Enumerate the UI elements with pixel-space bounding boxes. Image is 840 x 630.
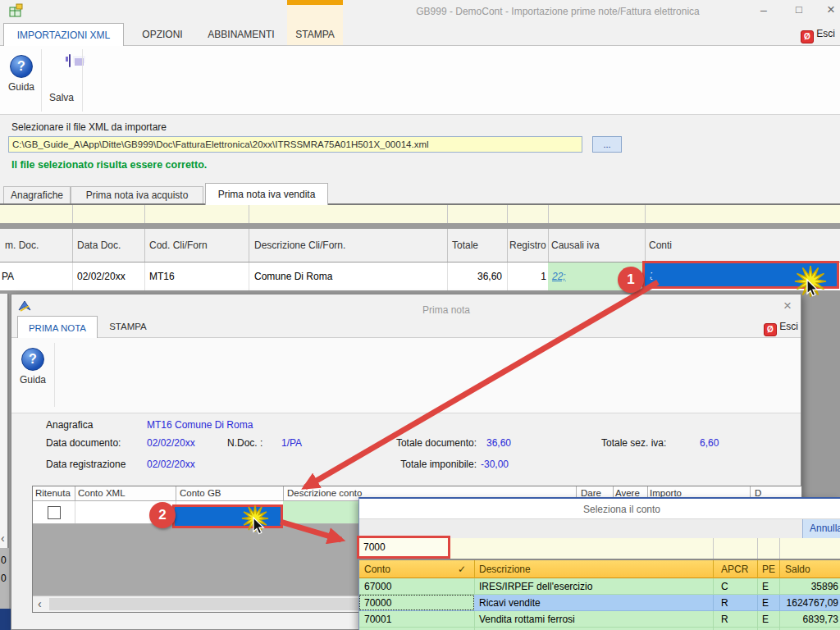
- seleziona-conto-popup: Seleziona il conto Annulla Conto ✓ Descr…: [358, 497, 840, 630]
- col-header-num-doc[interactable]: m. Doc.: [5, 240, 39, 251]
- popup-title: Seleziona il conto: [499, 504, 745, 515]
- popup-row-1[interactable]: 67000 IRES/IRPEF dell'esercizio C E 3589…: [359, 578, 840, 595]
- row3-saldo: 6839,73: [759, 614, 838, 625]
- browse-button[interactable]: ...: [592, 136, 622, 153]
- totale-documento-value: 36,60: [486, 437, 511, 449]
- col-header-data-doc[interactable]: Data Doc.: [77, 240, 121, 251]
- row1-descrizione: IRES/IRPEF dell'esercizio: [479, 581, 592, 592]
- guida-button[interactable]: ? Guida: [4, 50, 39, 111]
- row2-saldo: 1624767,09: [759, 597, 838, 609]
- totale-documento-label: Totale documento:: [378, 437, 477, 449]
- popup-col-conto[interactable]: Conto: [364, 564, 390, 575]
- col-header-cod-cliforn[interactable]: Cod. Cli/Forn: [149, 240, 208, 251]
- popup-row-3[interactable]: 70001 Vendita rottami ferrosi R E 6839,7…: [359, 611, 840, 628]
- dialog-help-icon: ?: [21, 348, 44, 371]
- dlg-col-conto-gb[interactable]: Conto GB: [180, 488, 221, 498]
- dlg-col-conto-xml[interactable]: Conto XML: [78, 488, 126, 498]
- background-scroll-left-icon[interactable]: ‹: [1, 532, 5, 545]
- totale-imponibile-value: -30,00: [481, 459, 509, 470]
- popup-col-saldo[interactable]: Saldo: [785, 564, 810, 575]
- restore-button[interactable]: □: [790, 3, 808, 16]
- background-zero-b: 0: [1, 573, 7, 584]
- file-ok-message: Il file selezionato risulta essere corre…: [11, 159, 207, 171]
- close-button[interactable]: ×: [822, 2, 840, 18]
- dlg-col-descrizione-conto[interactable]: Descrizione conto: [287, 488, 362, 498]
- tab-stampa[interactable]: STAMPA: [289, 29, 341, 40]
- ndoc-label: N.Doc. :: [227, 437, 262, 449]
- popup-row-2-selected[interactable]: 70000 Ricavi vendite R E 1624767,09: [359, 595, 840, 611]
- annulla-label: Annulla: [810, 523, 840, 534]
- background-left-strip: [0, 294, 9, 548]
- grid-filter-row[interactable]: [0, 205, 840, 223]
- conto-gb-highlight-box: [172, 504, 283, 528]
- dlg-col-ritenuta[interactable]: Ritenuta: [35, 488, 71, 498]
- background-zero-a: 0: [1, 555, 7, 566]
- data-registrazione-label: Data registrazione: [46, 459, 126, 470]
- main-titlebar: GB999 - DemoCont - Importazione prime no…: [0, 0, 840, 23]
- salva-label: Salva: [43, 92, 80, 103]
- subtab-prima-nota-iva-acquisto[interactable]: Prima nota iva acquisto: [71, 186, 203, 204]
- dialog-close-button[interactable]: ×: [778, 298, 797, 314]
- window-title: GB999 - DemoCont - Importazione prime no…: [413, 6, 703, 17]
- salva-button[interactable]: Salva: [43, 50, 80, 111]
- anagrafica-value: MT16 Comune Di Roma: [147, 419, 253, 431]
- dialog-esci-label: Esci: [779, 321, 798, 332]
- subtab-row: Anagrafiche Prima nota iva acquisto Prim…: [0, 182, 840, 205]
- dialog-guida-button[interactable]: ? Guida: [16, 345, 50, 405]
- main-window: GB999 - DemoCont - Importazione prime no…: [0, 0, 840, 289]
- col-header-descrizione[interactable]: Descrizione Cli/Forn.: [254, 240, 345, 251]
- dialog-tab-row: PRIMA NOTA STAMPA Ø Esci: [11, 316, 801, 338]
- save-icon: [69, 54, 71, 67]
- col-header-registro[interactable]: Registro: [509, 240, 546, 251]
- floppy-slot: [66, 57, 68, 62]
- tab-importazioni-xml[interactable]: IMPORTAZIONI XML: [3, 23, 124, 47]
- col-header-totale[interactable]: Totale: [452, 240, 478, 251]
- xml-file-path-input[interactable]: [8, 136, 582, 153]
- col-header-conti[interactable]: Conti: [649, 240, 672, 251]
- row3-conto: 70001: [364, 614, 391, 625]
- screen: GB999 - DemoCont - Importazione prime no…: [0, 0, 840, 630]
- dialog-toolbar: ? Guida: [11, 338, 801, 413]
- conto-filter-input[interactable]: [359, 538, 448, 556]
- anagrafica-label: Anagrafica: [46, 419, 93, 431]
- dialog-scroll-left-icon[interactable]: ‹: [38, 597, 42, 610]
- totale-imponibile-label: Totale imponibile:: [378, 459, 477, 470]
- popup-col-apcr[interactable]: APCR: [721, 564, 748, 575]
- tab-abbinamenti[interactable]: ABBINAMENTI: [200, 29, 282, 40]
- dialog-tab-prima-nota-label: PRIMA NOTA: [29, 323, 86, 333]
- col-header-causali-iva[interactable]: Causali iva: [551, 240, 600, 251]
- grid-header-row: m. Doc. Data Doc. Cod. Cli/Forn Descrizi…: [0, 229, 840, 262]
- annulla-button[interactable]: Annulla: [802, 519, 840, 538]
- sort-check-icon: ✓: [458, 564, 466, 575]
- row1-apcr: C: [721, 581, 728, 592]
- popup-col-descrizione[interactable]: Descrizione: [479, 564, 531, 575]
- subtab-prima-nota-iva-vendita[interactable]: Prima nota iva vendita: [205, 183, 328, 205]
- file-select-label: Selezionare il file XML da importare: [11, 121, 167, 133]
- dialog-tab-stampa[interactable]: STAMPA: [103, 322, 153, 331]
- totale-sez-iva-label: Totale sez. iva:: [601, 437, 666, 449]
- step-2-badge: 2: [149, 502, 176, 528]
- row2-conto: 70000: [364, 597, 391, 609]
- main-esci-button[interactable]: Ø Esci: [801, 28, 838, 43]
- background-navy-block: [0, 609, 11, 630]
- grid-band-separator: [0, 223, 840, 229]
- conti-link[interactable]: ;: [650, 269, 652, 281]
- popup-grid-header: Conto ✓ Descrizione APCR PE Saldo: [359, 560, 840, 578]
- causali-iva-link[interactable]: 22;: [552, 271, 566, 282]
- tab-opzioni[interactable]: OPZIONI: [133, 29, 192, 40]
- cell-totale: 36,60: [447, 271, 502, 282]
- minimize-button[interactable]: –: [755, 3, 773, 16]
- data-documento-value: 02/02/20xx: [147, 437, 195, 449]
- dialog-tab-prima-nota[interactable]: PRIMA NOTA: [17, 316, 98, 339]
- ritenuta-checkbox[interactable]: [48, 506, 61, 519]
- main-esci-label: Esci: [816, 28, 835, 39]
- app-icon: [8, 3, 23, 18]
- data-documento-label: Data documento:: [46, 437, 121, 449]
- dialog-esci-button[interactable]: Ø Esci: [764, 321, 801, 336]
- guida-label: Guida: [4, 81, 39, 93]
- subtab-anagrafiche[interactable]: Anagrafiche: [3, 186, 71, 204]
- cell-descrizione: Comune Di Roma: [254, 271, 332, 282]
- row2-apcr: R: [721, 597, 728, 609]
- row2-conto-cell[interactable]: 70000: [359, 595, 474, 610]
- popup-col-pe[interactable]: PE: [762, 564, 775, 575]
